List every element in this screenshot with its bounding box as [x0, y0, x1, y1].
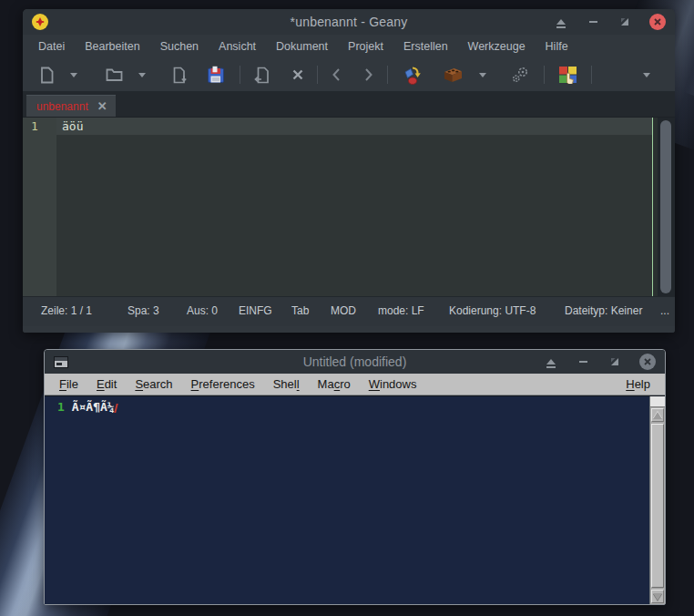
- open-file-button[interactable]: [100, 62, 128, 87]
- close-button[interactable]: [639, 354, 656, 370]
- tab-close-icon[interactable]: ✕: [97, 100, 107, 112]
- navigate-forward-button[interactable]: [359, 62, 379, 87]
- nedit-text-line: 1 Ã¤Ã¶Ã¼: [57, 400, 117, 414]
- restore-icon: [620, 17, 629, 26]
- nedit-editor-text: Ã¤Ã¶Ã¼: [65, 400, 115, 414]
- menu-search[interactable]: Search: [126, 375, 181, 394]
- toolbar-separator: [387, 66, 388, 84]
- color-chooser-button[interactable]: [553, 62, 583, 87]
- close-file-button[interactable]: [287, 62, 309, 87]
- editor-scrollbar[interactable]: [658, 118, 675, 296]
- restore-button[interactable]: [607, 354, 622, 369]
- tab-unbenannt[interactable]: unbenannt ✕: [26, 95, 116, 117]
- forward-icon: [364, 67, 373, 82]
- line-number-gutter: 1: [23, 118, 56, 296]
- geany-window: *unbenannt - Geany Datei Bearbeiten Such…: [23, 9, 675, 333]
- save-icon: [172, 67, 189, 84]
- geany-editor[interactable]: 1 äöü: [23, 118, 675, 296]
- geany-app-icon: [32, 14, 48, 30]
- scroll-up-button[interactable]: [651, 408, 664, 422]
- restore-icon: [610, 357, 619, 366]
- menu-suchen[interactable]: Suchen: [150, 36, 209, 56]
- menu-erstellen[interactable]: Erstellen: [393, 36, 458, 56]
- dropdown-icon: [479, 73, 486, 77]
- scrollbar-thumb[interactable]: [660, 120, 671, 293]
- build-brick-icon: [441, 67, 464, 83]
- close-icon: [654, 18, 661, 26]
- scrollbar-corner: [650, 396, 665, 407]
- menu-dokument[interactable]: Dokument: [266, 36, 338, 56]
- menu-werkzeuge[interactable]: Werkzeuge: [458, 36, 536, 56]
- status-selection: Aus: 0: [187, 304, 218, 317]
- open-folder-icon: [106, 67, 123, 82]
- shade-icon: [546, 359, 556, 364]
- menu-edit[interactable]: Edit: [87, 375, 126, 394]
- nedit-window: Untitled (modified) File Edit Search Pre…: [44, 349, 666, 605]
- dropdown-icon: [138, 73, 146, 77]
- nedit-line-number: 1: [57, 400, 65, 414]
- minimize-button[interactable]: [586, 15, 600, 29]
- geany-tabstrip: unbenannt ✕: [23, 91, 675, 118]
- dropdown-icon: [70, 73, 77, 77]
- scroll-down-button[interactable]: [651, 590, 664, 603]
- geany-titlebar[interactable]: *unbenannt - Geany: [23, 9, 675, 35]
- save-file-button[interactable]: [167, 62, 194, 87]
- long-line-marker: [652, 118, 653, 296]
- close-button[interactable]: [649, 14, 666, 30]
- nedit-text-area[interactable]: 1 Ã¤Ã¶Ã¼: [45, 395, 665, 604]
- restore-button[interactable]: [617, 15, 632, 29]
- compile-icon: [402, 65, 423, 86]
- revert-file-button[interactable]: [249, 62, 276, 87]
- status-indent-mode: Tab: [291, 304, 309, 317]
- close-icon: [644, 358, 651, 365]
- scrollbar-thumb[interactable]: [651, 424, 664, 588]
- menu-preferences[interactable]: Preferences: [182, 375, 264, 394]
- menu-help[interactable]: Help: [617, 375, 659, 394]
- nedit-app-icon: [54, 356, 68, 368]
- revert-icon: [254, 67, 270, 84]
- status-eol-mode: mode: LF: [378, 304, 424, 317]
- menu-file[interactable]: File: [50, 375, 87, 394]
- shade-button[interactable]: [554, 15, 568, 29]
- status-ellipsis: ...: [660, 304, 669, 317]
- new-file-dropdown[interactable]: [60, 62, 87, 87]
- arrow-up-icon: [653, 412, 662, 419]
- new-file-icon: [39, 67, 55, 84]
- save-all-button[interactable]: [201, 62, 231, 87]
- tab-label: unbenannt: [36, 100, 88, 113]
- menu-ansicht[interactable]: Ansicht: [209, 36, 266, 56]
- menu-shell[interactable]: Shell: [264, 375, 309, 394]
- geany-window-bottom-edge: [23, 326, 675, 333]
- build-dropdown[interactable]: [469, 62, 496, 87]
- menu-windows[interactable]: Windows: [360, 375, 426, 394]
- geany-menubar: Datei Bearbeiten Suchen Ansicht Dokument…: [23, 35, 675, 58]
- save-all-icon: [207, 66, 226, 84]
- toolbar-separator: [240, 66, 240, 84]
- build-button[interactable]: [435, 62, 469, 87]
- status-filetype: Dateityp: Keiner: [565, 304, 642, 317]
- status-column: Spa: 3: [128, 304, 159, 317]
- back-icon: [332, 67, 341, 82]
- nedit-menubar: File Edit Search Preferences Shell Macro…: [45, 374, 665, 395]
- navigate-back-button[interactable]: [326, 62, 346, 87]
- menu-projekt[interactable]: Projekt: [338, 36, 393, 56]
- geany-statusbar: Zeile: 1 / 1 Spa: 3 Aus: 0 EINFG Tab MOD…: [23, 296, 675, 326]
- minimize-button[interactable]: [576, 354, 590, 369]
- new-file-button[interactable]: [34, 62, 60, 87]
- toolbar-separator: [544, 66, 545, 84]
- menu-datei[interactable]: Datei: [28, 36, 75, 56]
- menu-bearbeiten[interactable]: Bearbeiten: [75, 36, 149, 56]
- menu-hilfe[interactable]: Hilfe: [536, 36, 578, 56]
- shade-button[interactable]: [544, 354, 558, 369]
- compile-button[interactable]: [396, 62, 428, 87]
- toolbar-separator: [317, 66, 318, 84]
- goto-line-dropdown[interactable]: [633, 62, 660, 87]
- execute-button[interactable]: [505, 62, 536, 87]
- nedit-scrollbar[interactable]: [649, 396, 665, 604]
- arrow-down-icon: [653, 593, 662, 601]
- minimize-icon: [589, 21, 597, 23]
- execute-gears-icon: [511, 66, 530, 85]
- menu-macro[interactable]: Macro: [309, 375, 360, 394]
- nedit-titlebar[interactable]: Untitled (modified): [45, 350, 665, 374]
- open-file-dropdown[interactable]: [128, 62, 156, 87]
